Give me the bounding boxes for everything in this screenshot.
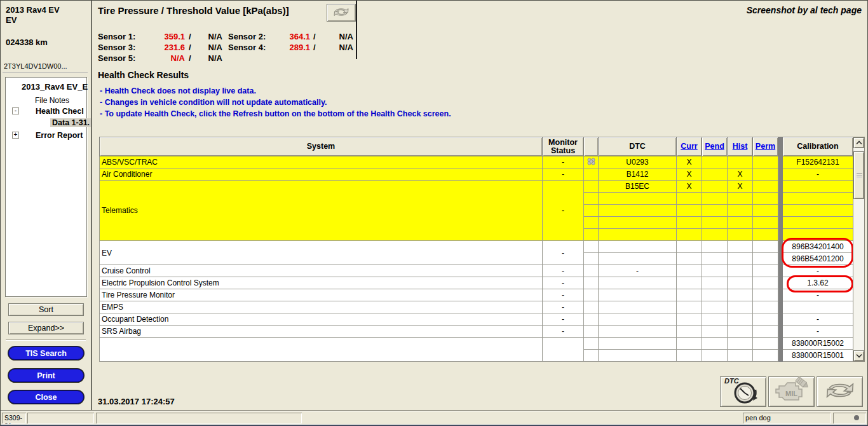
sensor5-threshold: N/A (193, 53, 222, 63)
pend-cell (702, 289, 728, 301)
status-code: S309-31 (2, 413, 26, 423)
icon-cell (584, 326, 599, 338)
health-check-note: - Changes in vehicle condition will not … (100, 98, 327, 107)
separator: / (313, 43, 316, 52)
table-scrollbar[interactable] (853, 137, 865, 362)
calibration-cell: - (783, 326, 853, 338)
health-check-table: System Monitor Status DTC Curr Pend Hist… (99, 137, 853, 362)
dtc-cell (599, 277, 677, 289)
table-header-row: System Monitor Status DTC Curr Pend Hist… (100, 137, 853, 156)
icon-cell (584, 217, 599, 229)
table-row[interactable]: 838000R15002 (100, 338, 853, 350)
refresh-icon (824, 378, 857, 405)
sensor2-label: Sensor 2: (228, 32, 266, 41)
system-cell: Occupant Detection (100, 313, 543, 326)
pend-cell (702, 253, 728, 265)
column-divider (778, 156, 783, 168)
icon-cell (584, 289, 599, 301)
curr-cell (677, 229, 702, 241)
sensor3-value: 231.6 (134, 43, 185, 52)
icon-cell (584, 338, 599, 350)
sensor2-value: 364.1 (264, 32, 310, 41)
highlight-oval-epcs-calibration (787, 275, 853, 292)
tree-item-health-check[interactable]: Health Checl (36, 107, 84, 116)
tire-refresh-button[interactable] (327, 4, 356, 22)
system-cell: Tire Pressure Monitor (100, 289, 543, 301)
table-row[interactable]: SRS Airbag - - (100, 326, 853, 338)
hist-cell (728, 156, 753, 168)
col-pend-link[interactable]: Pend (702, 137, 728, 156)
tree-collapse-icon[interactable]: - (12, 107, 19, 114)
print-button[interactable]: Print (8, 369, 84, 382)
chevron-up-icon[interactable] (853, 137, 864, 148)
column-divider (778, 265, 783, 277)
mil-engine-icon: MIL (773, 376, 811, 407)
table-row[interactable]: ABS/VSC/TRAC - U0293 X F152642131 (100, 156, 853, 168)
tree-item-data-selected[interactable]: Data 1-31. (50, 118, 92, 127)
curr-cell (677, 265, 702, 277)
close-button[interactable]: Close (8, 390, 84, 404)
scrollbar-thumb[interactable] (853, 151, 864, 199)
calibration-cell: F152642131 (783, 156, 853, 168)
expand-button[interactable]: Expand>> (8, 322, 84, 334)
table-row[interactable]: Air Conditioner - B1412 X X - (100, 168, 853, 181)
dtc-cell (599, 326, 677, 338)
table-row[interactable]: EMPS - (100, 301, 853, 313)
tree-item-error-report[interactable]: Error Report (36, 131, 83, 140)
icon-cell (584, 313, 599, 326)
dtc-cell (599, 289, 677, 301)
pend-cell (702, 313, 728, 326)
pend-cell (702, 338, 728, 350)
timestamp: 31.03.2017 17:24:57 (98, 397, 175, 406)
refresh-button[interactable] (817, 376, 863, 407)
tree-item-file-notes[interactable]: File Notes (35, 96, 69, 105)
table-row[interactable]: Cruise Control - - - (100, 265, 853, 277)
chevron-down-icon[interactable] (853, 350, 864, 361)
mil-button[interactable]: MIL (768, 376, 815, 407)
table-row[interactable]: Tire Pressure Monitor - - (100, 289, 853, 301)
table-row[interactable]: EV - 896B34201400 (100, 241, 853, 253)
icon-cell (584, 181, 599, 193)
perm-cell (753, 193, 778, 205)
icon-cell (584, 277, 599, 289)
status-device: pen dog (743, 413, 831, 423)
calibration-cell (783, 205, 853, 217)
health-check-note: - To update Health Check, click the Refr… (100, 109, 451, 118)
col-hist-link[interactable]: Hist (728, 137, 753, 156)
col-curr-link[interactable]: Curr (677, 137, 702, 156)
sensor4-threshold: N/A (320, 43, 353, 52)
calibration-cell: 838000R15001 (783, 350, 853, 362)
tis-search-button[interactable]: TIS Search (8, 347, 84, 360)
divider (1, 410, 868, 411)
curr-cell (677, 289, 702, 301)
tree-expand-icon[interactable]: + (12, 132, 19, 139)
icon-cell (584, 241, 599, 253)
pend-cell (702, 168, 728, 181)
vehicle-engine: EV (6, 15, 88, 25)
hist-cell (728, 326, 753, 338)
dtc-timer-button[interactable]: DTC (720, 376, 766, 407)
sensor2-threshold: N/A (320, 32, 353, 41)
vehicle-title: 2013 Rav4 EV EV (6, 5, 88, 25)
perm-cell (753, 217, 778, 229)
column-divider (778, 217, 783, 229)
table-row[interactable]: Electric Propulsion Control System - 1.3… (100, 277, 853, 289)
tree-root-session[interactable]: 2013_Rav4 EV_E (22, 82, 88, 92)
vehicle-model: 2013 Rav4 EV (6, 5, 88, 15)
calibration-cell (783, 217, 853, 229)
divider (6, 340, 86, 341)
table-row[interactable]: Occupant Detection - - (100, 313, 853, 326)
column-divider (778, 326, 783, 338)
divider (3, 72, 88, 73)
sort-button[interactable]: Sort (8, 303, 84, 316)
column-divider (778, 277, 783, 289)
refresh-icon (330, 6, 352, 20)
column-divider (778, 338, 783, 350)
col-icon (584, 137, 599, 156)
sensor3-label: Sensor 3: (98, 43, 135, 52)
dtc-cell: U0293 (599, 156, 677, 168)
col-perm-link[interactable]: Perm (753, 137, 778, 156)
pend-cell (702, 193, 728, 205)
table-row[interactable]: Telematics - B15EC X X (100, 181, 853, 193)
curr-cell (677, 241, 702, 253)
